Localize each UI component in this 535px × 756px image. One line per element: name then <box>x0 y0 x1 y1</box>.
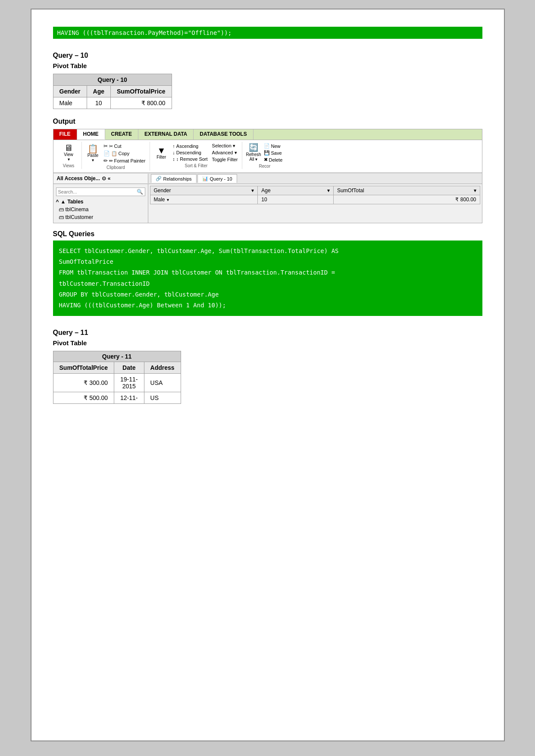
paste-button[interactable]: 📋 Paste ▾ <box>85 144 101 163</box>
table-icon: 🗃 <box>59 206 64 212</box>
tblCustomer-label: tblCustomer <box>66 214 94 220</box>
descending-button[interactable]: ↓ Descending <box>172 150 208 156</box>
toggle-filter-button[interactable]: Toggle Filter <box>211 156 239 162</box>
cut-icon: ✂ <box>103 143 108 149</box>
query11-section: Query – 11 Pivot Table Query - 11 SumOfT… <box>53 329 482 404</box>
paste-label: Paste <box>88 153 99 158</box>
nav-arrows-icon[interactable]: « <box>108 175 111 181</box>
q11-col-date: Date <box>114 362 144 374</box>
descending-label: Descending <box>176 150 201 155</box>
new-button[interactable]: 📄 New <box>263 143 284 149</box>
save-button[interactable]: 💾 Save <box>263 150 284 156</box>
tab-external[interactable]: EXTERNAL DATA <box>138 129 194 140</box>
q11-sum-1: ₹ 300.00 <box>53 374 114 392</box>
tab-create[interactable]: CREATE <box>105 129 138 140</box>
view-button[interactable]: 🖥 View ▾ <box>61 143 76 162</box>
search-icon: 🔍 <box>137 189 143 195</box>
sum-filter-icon[interactable]: ▾ <box>474 187 476 194</box>
view-icon: 🖥 <box>64 144 73 152</box>
delete-icon: ✖ <box>264 157 268 162</box>
ribbon-group-views: 🖥 View ▾ Views <box>56 142 82 169</box>
result-gender: Male ▾ <box>150 195 258 204</box>
ribbon-group-records: 🔄 Refresh All ▾ 📄 New 💾 Save <box>242 142 287 169</box>
tblCinema-label: tblCinema <box>66 206 89 212</box>
cut-button[interactable]: ✂ ✂ Cut <box>103 143 147 150</box>
q11-row-1: ₹ 300.00 19-11- 2015 USA <box>53 374 181 392</box>
all-access-label: All Access Obje... <box>57 175 100 181</box>
refresh-button[interactable]: 🔄 Refresh All ▾ <box>246 143 261 163</box>
table-icon2: 🗃 <box>59 214 64 220</box>
query10-tab[interactable]: 📊 Query - 10 <box>197 174 237 183</box>
gender-filter-icon[interactable]: ▾ <box>251 187 254 194</box>
result-col-age: Age ▾ <box>258 186 334 195</box>
copy-button[interactable]: 📄 📋 Copy <box>103 150 147 157</box>
sidebar-search[interactable]: 🔍 <box>56 187 145 196</box>
output-heading: Output <box>53 118 482 125</box>
ascending-label: Ascending <box>176 144 198 149</box>
tab-file[interactable]: FILE <box>53 129 77 140</box>
clipboard-content: 📋 Paste ▾ ✂ ✂ Cut 📄 📋 Copy <box>85 143 147 164</box>
tables-expand-icon2[interactable]: ▲ <box>61 199 66 205</box>
query11-pivot-heading: Pivot Table <box>53 339 482 347</box>
sidebar-panel: 🔍 ^ ▲ Tables 🗃 tblCinema 🗃 tblCustomer <box>53 184 148 223</box>
nav-bar: All Access Obje... ⊙ « 🔗 Relationships 📊… <box>53 173 482 184</box>
sort-filter-content: ▼ Filter ↑ Ascending ↓ Descending <box>153 143 238 162</box>
filter-column: Selection ▾ Advanced ▾ Toggle Filter <box>211 143 239 162</box>
records-label: Recor <box>246 164 283 169</box>
sql10-line3: FROM tblTransaction INNER JOIN tblCustom… <box>59 267 476 278</box>
col-gender: Gender <box>53 86 87 97</box>
ribbon-commands: 🖥 View ▾ Views 📋 Paste ▾ <box>53 140 482 173</box>
remove-sort-button[interactable]: ↕ ↕ Remove Sort <box>172 156 208 162</box>
refresh-icon: 🔄 <box>249 143 258 152</box>
format-painter-icon: ✏ <box>103 158 108 164</box>
view-label: View <box>64 152 73 157</box>
tables-section: ^ ▲ Tables <box>53 198 148 206</box>
access-screenshot: FILE HOME CREATE EXTERNAL DATA DATABASE … <box>53 129 482 223</box>
records-content: 🔄 Refresh All ▾ 📄 New 💾 Save <box>246 143 283 163</box>
sql10-line6: HAVING (((tblCustomer.Age) Between 1 And… <box>59 300 476 311</box>
cell-age: 10 <box>87 97 110 109</box>
result-sum: ₹ 800.00 <box>333 195 480 204</box>
tblCinema-item[interactable]: 🗃 tblCinema <box>53 206 148 213</box>
ascending-icon: ↑ <box>172 144 175 149</box>
selection-button[interactable]: Selection ▾ <box>211 143 239 149</box>
relationships-tab[interactable]: 🔗 Relationships <box>151 174 197 183</box>
tblCustomer-item[interactable]: 🗃 tblCustomer <box>53 213 148 221</box>
toggle-filter-label: Toggle Filter <box>212 157 238 162</box>
tables-expand-icon[interactable]: ^ <box>56 199 59 205</box>
q11-date-1: 19-11- 2015 <box>114 374 144 392</box>
ascending-button[interactable]: ↑ Ascending <box>172 143 208 149</box>
descending-icon: ↓ <box>172 150 175 155</box>
gender-dropdown-icon[interactable]: ▾ <box>167 197 169 202</box>
refresh-label: Refresh <box>246 152 261 157</box>
age-filter-icon[interactable]: ▾ <box>327 187 330 194</box>
q11-col-sum: SumOfTotalPrice <box>53 362 114 374</box>
sort-filter-label: Sort & Filter <box>153 163 238 168</box>
new-icon: 📄 <box>264 143 270 149</box>
tab-home[interactable]: HOME <box>77 129 105 140</box>
sql-queries-heading: SQL Queries <box>53 230 482 238</box>
relationships-icon: 🔗 <box>156 176 162 181</box>
save-icon: 💾 <box>264 150 270 156</box>
format-painter-button[interactable]: ✏ ✏ Format Painter <box>103 157 147 164</box>
delete-button[interactable]: ✖ Delete <box>263 156 284 163</box>
views-label: Views <box>59 163 78 168</box>
query10-table-caption: Query - 10 <box>53 74 172 85</box>
clipboard-label: Clipboard <box>85 165 147 170</box>
advanced-button[interactable]: Advanced ▾ <box>211 150 239 156</box>
filter-button[interactable]: ▼ Filter <box>153 145 169 160</box>
search-input[interactable] <box>58 189 137 194</box>
nav-collapse-icon[interactable]: ⊙ <box>102 175 106 181</box>
cut-label: ✂ Cut <box>109 144 122 149</box>
q11-address-2: US <box>144 392 181 404</box>
query-result-area: Gender ▾ Age ▾ <box>148 184 482 223</box>
copy-icon: 📄 <box>103 150 110 156</box>
query-result-table: Gender ▾ Age ▾ <box>150 186 480 204</box>
query10-tab-icon: 📊 <box>202 176 208 181</box>
tab-dbtools[interactable]: DATABASE TOOLS <box>194 129 253 140</box>
remove-sort-icon: ↕ <box>172 156 175 162</box>
query10-pivot-heading: Pivot Table <box>53 62 482 69</box>
relationships-label: Relationships <box>163 176 192 181</box>
q11-address-1: USA <box>144 374 181 392</box>
page: HAVING (((tblTransaction.PayMethod)="Off… <box>31 9 505 741</box>
